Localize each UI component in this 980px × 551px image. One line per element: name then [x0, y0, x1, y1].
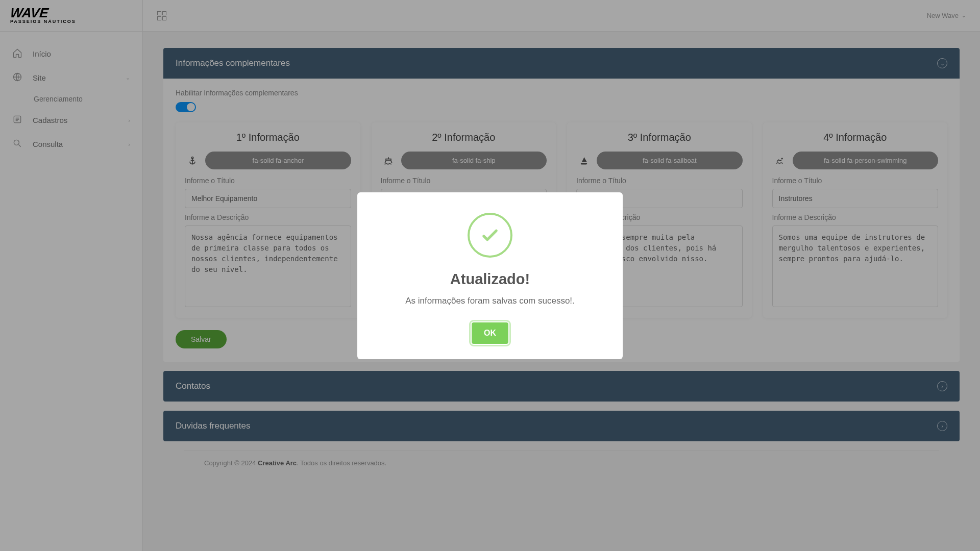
- modal-overlay[interactable]: Atualizado! As informações foram salvas …: [0, 0, 980, 551]
- modal-ok-button[interactable]: OK: [472, 322, 508, 344]
- modal-message: As informações foram salvas com sucesso!…: [373, 296, 607, 306]
- modal-title: Atualizado!: [373, 271, 607, 288]
- success-modal: Atualizado! As informações foram salvas …: [357, 192, 623, 359]
- checkmark-icon: [468, 213, 512, 258]
